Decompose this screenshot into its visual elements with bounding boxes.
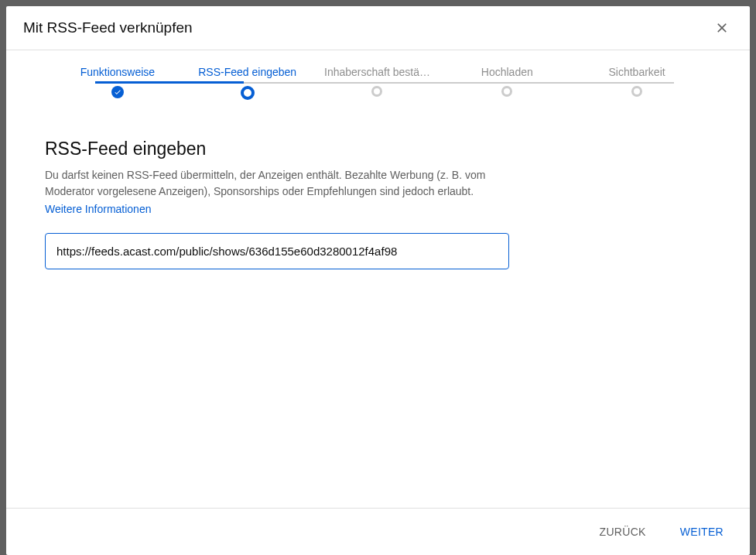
step-circle-pending — [631, 86, 642, 97]
step-label: Hochladen — [481, 66, 533, 78]
step-funktionsweise[interactable]: Funktionsweise — [53, 66, 183, 98]
close-icon — [714, 20, 730, 36]
next-button[interactable]: WEITER — [672, 519, 731, 544]
input-wrapper — [45, 233, 710, 269]
modal-footer: ZURÜCK WEITER — [6, 508, 750, 555]
step-rss-feed-eingeben[interactable]: RSS-Feed eingeben — [183, 66, 313, 100]
stepper: Funktionsweise RSS-Feed eingeben Inhaber… — [6, 50, 748, 123]
step-label: RSS-Feed eingeben — [198, 66, 296, 78]
modal-body: Funktionsweise RSS-Feed eingeben Inhaber… — [6, 50, 750, 508]
learn-more-link[interactable]: Weitere Informationen — [45, 203, 151, 215]
step-hochladen: Hochladen — [442, 66, 572, 97]
modal-header: Mit RSS-Feed verknüpfen — [6, 6, 750, 50]
rss-feed-input[interactable] — [45, 233, 509, 269]
close-button[interactable] — [711, 17, 733, 39]
step-sichtbarkeit: Sichtbarkeit — [572, 66, 702, 97]
back-button[interactable]: ZURÜCK — [592, 519, 654, 544]
step-inhaberschaft: Inhaberschaft bestä… — [313, 66, 443, 97]
content-section: RSS-Feed eingeben Du darfst keinen RSS-F… — [6, 123, 748, 285]
content-title: RSS-Feed eingeben — [45, 139, 710, 159]
step-circle-pending — [371, 86, 382, 97]
check-icon — [114, 88, 121, 96]
step-label: Inhaberschaft bestä… — [324, 66, 430, 78]
step-circle-active — [241, 86, 255, 100]
modal-title: Mit RSS-Feed verknüpfen — [23, 19, 193, 36]
step-label: Sichtbarkeit — [609, 66, 665, 78]
step-label: Funktionsweise — [80, 66, 156, 78]
step-circle-pending — [501, 86, 512, 97]
step-circle-completed — [111, 86, 124, 98]
content-description: Du darfst keinen RSS-Feed übermitteln, d… — [45, 167, 509, 200]
rss-link-modal: Mit RSS-Feed verknüpfen Funktionsweise R… — [6, 6, 750, 555]
